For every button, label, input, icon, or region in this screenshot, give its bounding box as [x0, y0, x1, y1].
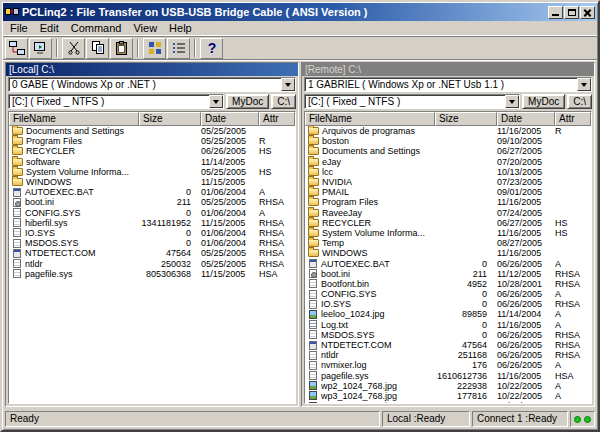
cut-button[interactable]: [62, 38, 85, 59]
column-header-attr[interactable]: Attr: [259, 112, 295, 126]
column-header-date[interactable]: Date: [201, 112, 259, 126]
remote-path-combo[interactable]: [C:] ( Fixed _ NTFS ): [304, 94, 520, 109]
column-header-size[interactable]: Size: [435, 112, 497, 126]
file-row[interactable]: Log.txt 0 11/16/2005 A: [305, 320, 591, 330]
folder-icon: [308, 168, 319, 176]
file-row[interactable]: System Volume Informa... 11/16/2005 HS: [305, 228, 591, 238]
minimize-button[interactable]: [548, 6, 563, 19]
file-row[interactable]: Program Files 05/25/2005 R: [9, 136, 295, 146]
local-mydoc-button[interactable]: MyDoc: [226, 94, 269, 109]
local-pane-header[interactable]: [Local] C:\: [6, 63, 298, 76]
file-row[interactable]: AUTOEXEC.BAT 0 06/26/2005 A: [305, 258, 591, 268]
file-row[interactable]: pagefile.sys 805306368 11/15/2005 HSA: [9, 269, 295, 279]
folder-icon: [308, 229, 319, 237]
file-row[interactable]: System Volume Informa... 05/25/2005 HS: [9, 167, 295, 177]
file-row[interactable]: boot.ini 211 11/12/2005 RHSA: [305, 269, 591, 279]
maximize-button[interactable]: [564, 6, 579, 19]
file-row[interactable]: IO.SYS 0 06/26/2005 RHSA: [305, 299, 591, 309]
file-attr: HS: [259, 146, 295, 156]
remote-mydoc-button[interactable]: MyDoc: [522, 94, 565, 109]
local-path-combo[interactable]: [C:] ( Fixed _ NTFS ): [8, 94, 224, 109]
local-drive-combo[interactable]: 0 GABE ( Windows Xp or .NET ): [8, 77, 296, 92]
file-row[interactable]: wp2_1024_768.jpg 222938 10/22/2005 A: [305, 381, 591, 391]
menu-item[interactable]: File: [4, 21, 34, 36]
menu-item[interactable]: Command: [65, 21, 128, 36]
file-row[interactable]: pagefile.sys 1610612736 11/16/2005 HSA: [305, 371, 591, 381]
file-row[interactable]: RaveeJay 07/24/2005: [305, 208, 591, 218]
file-row[interactable]: NVIDIA 07/23/2005: [305, 177, 591, 187]
remote-pane-header[interactable]: [Remote] C:\: [302, 63, 594, 76]
file-row[interactable]: Temp 08/27/2005: [305, 238, 591, 248]
file-row[interactable]: PMAIL 09/01/2005: [305, 187, 591, 197]
copy-button[interactable]: [86, 38, 109, 59]
file-name: MSDOS.SYS: [321, 330, 435, 340]
image-icon: [309, 310, 317, 319]
file-row[interactable]: Documents and Settings 05/25/2005: [9, 126, 295, 136]
file-name: System Volume Informa...: [26, 167, 139, 177]
file-row[interactable]: CONFIG.SYS 0 01/06/2004 A: [9, 208, 295, 218]
chevron-down-icon[interactable]: [281, 78, 295, 91]
local-root-button[interactable]: C:\: [271, 94, 296, 109]
close-button[interactable]: [580, 6, 595, 19]
menu-item[interactable]: Help: [163, 21, 198, 36]
file-row[interactable]: Documents and Settings 06/27/2005: [305, 146, 591, 156]
file-row[interactable]: lcc 10/13/2005: [305, 167, 591, 177]
chevron-down-icon[interactable]: [209, 95, 223, 108]
folder-icon: [12, 158, 23, 166]
file-row[interactable]: Bootfont.bin 4952 10/28/2001 RHSA: [305, 279, 591, 289]
connect-button[interactable]: [5, 38, 28, 59]
file-row[interactable]: WINDOWS 11/15/2005: [9, 177, 295, 187]
column-header-filename[interactable]: FileName: [9, 112, 139, 126]
file-row[interactable]: MSDOS.SYS 0 01/06/2004 RHSA: [9, 238, 295, 248]
column-header-size[interactable]: Size: [139, 112, 201, 126]
file-row[interactable]: Arquivos de programas 11/16/2005 R: [305, 126, 591, 136]
file-row[interactable]: software 11/14/2005: [9, 157, 295, 167]
file-row[interactable]: CONFIG.SYS 0 06/26/2005 A: [305, 289, 591, 299]
file-row[interactable]: wp3_1024_768.jpg 177816 10/22/2005 A: [305, 391, 591, 401]
column-header-attr[interactable]: Attr: [555, 112, 591, 126]
details-view-button[interactable]: [167, 38, 190, 59]
folder-icon: [12, 137, 23, 145]
file-name: CONFIG.SYS: [321, 289, 435, 299]
help-button[interactable]: ?: [200, 38, 223, 59]
file-row[interactable]: NTDETECT.COM 47564 05/25/2005 RHSA: [9, 248, 295, 258]
file-attr: RHSA: [555, 279, 591, 289]
file-row[interactable]: IO.SYS 0 01/06/2004 RHSA: [9, 228, 295, 238]
column-header-filename[interactable]: FileName: [305, 112, 435, 126]
file-row[interactable]: ntldr 251168 06/26/2005 RHSA: [305, 350, 591, 360]
svg-text:?: ?: [207, 40, 216, 56]
file-row[interactable]: ntldr 250032 05/25/2005 RHSA: [9, 258, 295, 268]
file-row[interactable]: AUTOEXEC.BAT 0 01/06/2004 A: [9, 187, 295, 197]
file-row[interactable]: hiberfil.sys 1341181952 11/15/2005 RHSA: [9, 218, 295, 228]
file-row[interactable]: WINDOWS 11/16/2005: [305, 248, 591, 258]
menu-item[interactable]: Edit: [34, 21, 65, 36]
menu-item[interactable]: View: [127, 21, 163, 36]
refresh-button[interactable]: [29, 38, 52, 59]
file-row[interactable]: RECYCLER 06/27/2005 HS: [305, 218, 591, 228]
file-attr: A: [555, 391, 591, 401]
file-row[interactable]: MSDOS.SYS 0 06/26/2005 RHSA: [305, 330, 591, 340]
file-row[interactable]: nvmixer.log 176 06/26/2005 A: [305, 360, 591, 370]
folder-icon: [12, 127, 23, 135]
file-size: 89859: [435, 309, 497, 319]
file-name: AUTOEXEC.BAT: [25, 187, 139, 197]
large-icons-view-button[interactable]: [143, 38, 166, 59]
paste-button[interactable]: [110, 38, 133, 59]
remote-drive-combo[interactable]: 1 GABRIEL ( Windows Xp or .NET Usb 1.1 ): [304, 77, 592, 92]
chevron-down-icon[interactable]: [505, 95, 519, 108]
file-row[interactable]: leeloo_1024.jpg 89859 11/14/2004 A: [305, 309, 591, 319]
file-row[interactable]: RECYCLER 06/26/2005 HS: [9, 146, 295, 156]
remote-root-button[interactable]: C:\: [567, 94, 592, 109]
file-row[interactable]: boston 09/10/2005: [305, 136, 591, 146]
file-row[interactable]: boot.ini 211 05/25/2005 RHSA: [9, 197, 295, 207]
app-icon: [5, 5, 19, 19]
chevron-down-icon[interactable]: [577, 78, 591, 91]
details-view-icon: [171, 40, 187, 56]
file-row[interactable]: Program Files 11/16/2005: [305, 197, 591, 207]
file-name: wp4_1024_768.jpg: [321, 401, 435, 403]
file-row[interactable]: eJay 07/20/2005: [305, 157, 591, 167]
remote-pane: [Remote] C:\ 1 GABRIEL ( Windows Xp or .…: [301, 62, 595, 407]
file-row[interactable]: NTDETECT.COM 47564 06/26/2005 RHSA: [305, 340, 591, 350]
column-header-date[interactable]: Date: [497, 112, 555, 126]
file-row[interactable]: wp4_1024_768.jpg 280934 10/22/2005 A: [305, 401, 591, 403]
